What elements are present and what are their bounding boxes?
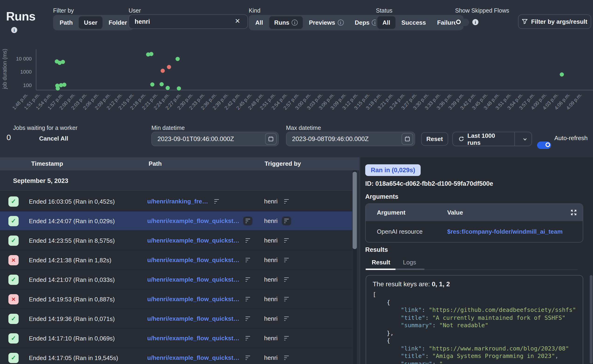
- user-filter-input[interactable]: [129, 14, 248, 29]
- runs-info-icon[interactable]: i: [11, 27, 17, 33]
- filter-by-path-icon[interactable]: [243, 353, 252, 362]
- run-dot-failure[interactable]: [161, 69, 165, 73]
- run-timestamp: Ended 14:21:38 (Ran in 1,82s): [29, 256, 111, 263]
- expand-arguments-button[interactable]: [570, 209, 577, 217]
- filter-by-user-icon[interactable]: [282, 333, 291, 343]
- run-path-link[interactable]: u/henri/example_flow_quickst…: [147, 237, 239, 244]
- col-path: Path: [149, 157, 162, 170]
- filter-by-user-icon[interactable]: [282, 353, 291, 362]
- table-scrollbar[interactable]: [353, 170, 357, 364]
- filter-by-user-icon[interactable]: [282, 294, 291, 304]
- filter-by-folder-tab[interactable]: Folder: [103, 16, 132, 29]
- max-datetime-calendar-button[interactable]: [402, 133, 413, 145]
- run-path-link[interactable]: u/henri/example_flow_quickst…: [147, 256, 239, 263]
- min-datetime-calendar-button[interactable]: [265, 133, 277, 145]
- status-success-tab[interactable]: Success: [396, 16, 431, 29]
- min-datetime-input[interactable]: [152, 132, 279, 146]
- filter-by-user-icon[interactable]: [282, 216, 291, 226]
- cancel-all-button[interactable]: Cancel All: [39, 135, 68, 142]
- clear-user-filter-icon[interactable]: ✕: [235, 17, 240, 25]
- run-path-link[interactable]: u/henri/example_flow_quickst…: [147, 217, 239, 224]
- expand-icon: [570, 209, 577, 216]
- run-dot-success[interactable]: [62, 83, 66, 87]
- jobs-waiting-count: 0: [7, 133, 11, 143]
- filter-args-result-button[interactable]: Filter by args/result: [518, 14, 591, 29]
- filter-by-user-icon[interactable]: [282, 314, 291, 323]
- run-path-link[interactable]: u/henri/example_flow_quickst…: [147, 354, 239, 361]
- table-row[interactable]: ✕ Ended 14:19:53 (Ran in 0,887s) u/henri…: [0, 290, 352, 309]
- y-tick-1000: 1000: [20, 69, 32, 75]
- run-dot-success[interactable]: [150, 82, 154, 87]
- run-triggered-by: henri: [264, 335, 278, 342]
- arguments-title: Arguments: [365, 193, 399, 200]
- kind-previews-tab[interactable]: Previewsi: [304, 16, 349, 29]
- auto-refresh-toggle[interactable]: [537, 142, 551, 149]
- run-triggered-by: henri: [264, 237, 278, 244]
- table-row[interactable]: ✓ Ended 14:17:05 (Ran in 19,545s) u/henr…: [0, 348, 352, 364]
- run-path-link[interactable]: u/henri/example_flow_quickst…: [147, 296, 239, 303]
- table-row[interactable]: ✓ Ended 14:21:07 (Ran in 0,033s) u/henri…: [0, 270, 352, 290]
- last-runs-button[interactable]: Last 1000 runs: [452, 132, 532, 146]
- filter-by-user-icon[interactable]: [282, 275, 291, 284]
- kind-runs-tab[interactable]: Runsi: [269, 16, 303, 29]
- table-row[interactable]: ✓ Ended 14:24:07 (Ran in 0,029s) u/henri…: [0, 211, 352, 231]
- filter-by-user-tab[interactable]: User: [79, 16, 102, 29]
- run-dot-success[interactable]: [159, 82, 164, 86]
- filter-by-path-icon[interactable]: [243, 294, 252, 304]
- runs-page: Runs i Filter by Path User Folder User ✕…: [0, 0, 593, 364]
- run-path-link[interactable]: u/henri/ranking_fre…: [147, 198, 208, 205]
- run-dot-failure[interactable]: [167, 65, 171, 69]
- filter-by-path-icon[interactable]: [243, 333, 252, 343]
- argument-value-link[interactable]: $res:f/company-folder/windmill_ai_team: [447, 228, 583, 235]
- filter-by-user-icon[interactable]: [282, 236, 291, 245]
- run-triggered-by: henri: [264, 276, 278, 283]
- last-runs-dropdown-button[interactable]: [518, 136, 532, 142]
- run-dot-success[interactable]: [61, 60, 65, 64]
- max-datetime-input[interactable]: [286, 132, 415, 146]
- run-timestamp: Ended 14:17:10 (Ran in 0,069s): [29, 335, 115, 342]
- result-json-line: "summary": ": [373, 360, 576, 364]
- previews-kind-info-icon[interactable]: i: [337, 20, 343, 26]
- run-dot-success[interactable]: [166, 86, 170, 90]
- table-row[interactable]: ✓ Ended 14:19:36 (Ran in 0,071s) u/henri…: [0, 309, 352, 329]
- run-path-link[interactable]: u/henri/example_flow_quickst…: [147, 335, 239, 342]
- run-triggered-by: henri: [264, 256, 278, 263]
- run-triggered-by: henri: [264, 198, 278, 205]
- run-triggered-by: henri: [264, 354, 278, 361]
- run-status-icon: ✓: [8, 274, 19, 285]
- filter-by-path-icon[interactable]: [243, 255, 252, 265]
- run-timestamp: Ended 16:03:05 (Ran in 0,452s): [29, 198, 115, 205]
- filter-by-path-icon[interactable]: [243, 236, 252, 245]
- run-path-link[interactable]: u/henri/example_flow_quickst…: [147, 315, 239, 322]
- funnel-icon: [522, 19, 528, 25]
- table-row[interactable]: ✕ Ended 14:21:38 (Ran in 1,82s) u/henri/…: [0, 250, 352, 270]
- filter-by-path-icon[interactable]: [243, 314, 252, 323]
- filter-by-path-icon[interactable]: [243, 216, 252, 226]
- run-dot-success[interactable]: [560, 72, 564, 77]
- table-row[interactable]: ✓ Ended 16:03:05 (Ran in 0,452s) u/henri…: [0, 192, 352, 211]
- table-scrollbar-thumb[interactable]: [353, 172, 357, 249]
- filter-by-path-icon[interactable]: [243, 275, 252, 284]
- tab-result[interactable]: Result: [372, 259, 390, 266]
- run-dot-success[interactable]: [149, 52, 153, 56]
- tab-logs[interactable]: Logs: [403, 259, 416, 266]
- filter-by-path-tab[interactable]: Path: [54, 16, 78, 29]
- runs-kind-info-icon[interactable]: i: [292, 20, 298, 26]
- run-path-link[interactable]: u/henri/example_flow_quickst…: [147, 276, 239, 283]
- show-skipped-info-icon[interactable]: i: [472, 19, 478, 25]
- kind-all-tab[interactable]: All: [250, 16, 268, 29]
- reset-button[interactable]: Reset: [421, 132, 448, 146]
- status-all-tab[interactable]: All: [377, 16, 395, 29]
- filter-by-user-icon[interactable]: [282, 197, 291, 206]
- run-dot-success[interactable]: [177, 86, 181, 91]
- filter-by-user-icon[interactable]: [282, 255, 291, 265]
- table-row[interactable]: ✓ Ended 14:17:10 (Ran in 0,069s) u/henri…: [0, 329, 352, 348]
- runs-table-body: ✓ Ended 16:03:05 (Ran in 0,452s) u/henri…: [0, 192, 352, 364]
- filter-by-path-icon[interactable]: [212, 197, 221, 206]
- show-skipped-toggle[interactable]: [455, 19, 469, 26]
- panel-scrollbar-thumb[interactable]: [590, 275, 593, 364]
- run-dot-success[interactable]: [176, 57, 180, 61]
- show-skipped-label: Show Skipped Flows: [455, 7, 509, 14]
- table-row[interactable]: ✓ Ended 14:23:55 (Ran in 8,575s) u/henri…: [0, 231, 352, 250]
- run-dot-success[interactable]: [56, 86, 60, 91]
